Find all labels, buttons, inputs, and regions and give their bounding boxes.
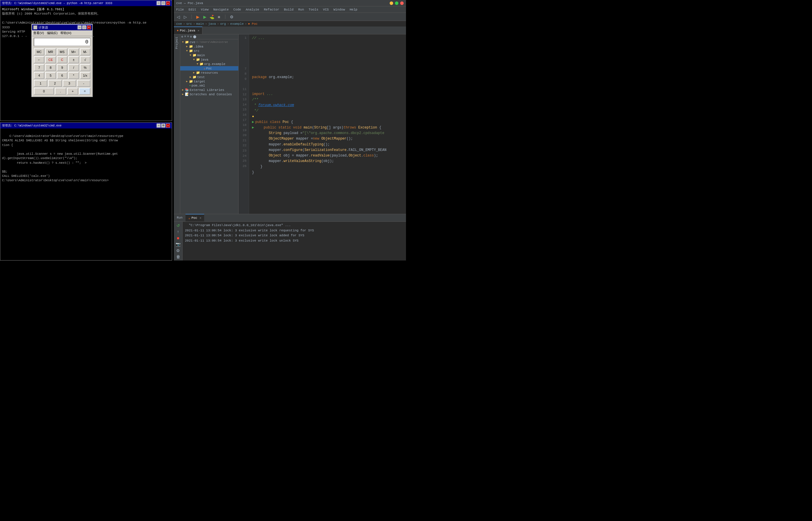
tree-item-poc[interactable]: ☕ Poc [180,66,238,70]
calc-btn-sqrt[interactable]: √ [80,56,90,63]
project-tool-3[interactable]: ≡ [187,35,189,39]
run-scroll-up-button[interactable]: ↑ [175,229,181,234]
cmd-top-minimize-button[interactable]: ─ [157,1,161,5]
toolbar-back-button[interactable]: ◁ [175,14,181,20]
calc-btn-c[interactable]: C [57,56,67,63]
calc-btn-8[interactable]: 8 [45,64,56,71]
breadcrumb-main[interactable]: main [196,22,204,26]
calc-btn-minus[interactable]: - [77,80,90,87]
project-tool-1[interactable]: ⚙ [181,35,183,39]
cmd-bottom-restore-button[interactable]: ⧉ [161,123,165,128]
calc-btn-sign[interactable]: ± [68,56,79,63]
ide-menu-code[interactable]: Code [232,7,242,12]
calc-btn-plus[interactable]: + [67,88,79,95]
tree-item-src[interactable]: ▼ 📁 src [180,49,238,53]
project-tool-2[interactable]: ≡ [184,35,186,39]
tree-item-target[interactable]: ▶ 📁 target [180,79,238,84]
toolbar-forward-button[interactable]: ▷ [182,14,188,20]
breadcrumb-src[interactable]: src [186,22,192,26]
ide-menu-analyze[interactable]: Analyze [244,7,260,12]
run-camera-button[interactable]: 📷 [175,242,181,247]
tab-poc-close[interactable]: ✕ [197,29,199,32]
calc-close-button[interactable]: ✕ [87,25,91,29]
cmd-bottom-minimize-button[interactable]: ─ [157,123,161,128]
run-stop-button[interactable]: ■ [175,235,181,241]
run-trash-button[interactable]: 🗑 [175,254,181,259]
ide-menu-help[interactable]: Help [348,7,359,12]
calc-btn-4[interactable]: 4 [34,72,44,79]
calc-btn-5[interactable]: 5 [45,72,56,79]
cmd-top-close-button[interactable]: ✕ [166,1,170,5]
ide-minimize-button[interactable] [390,1,393,5]
run-tab-poc[interactable]: ☕ Poc ✕ [186,214,204,222]
ide-menu-file[interactable]: File [175,7,185,12]
calc-btn-multiply[interactable]: * [68,72,79,79]
cmd-bottom-close-button[interactable]: ✕ [166,123,170,128]
ide-menu-run[interactable]: Run [297,7,305,12]
calc-menu-view[interactable]: 查看(V) [33,31,44,35]
run-tab-poc-close[interactable]: ✕ [199,216,201,220]
breadcrumb-poc[interactable]: ● Poc [248,22,258,26]
project-tool-5[interactable]: ⬤ [193,35,196,39]
calc-btn-backspace[interactable]: ← [34,56,44,63]
tree-item-resources[interactable]: ▶ 📁 resources [180,70,238,75]
calc-btn-mminus[interactable]: M- [80,48,90,55]
tree-item-pom[interactable]: ▪ pom.xml [180,84,238,88]
ide-menu-refactor[interactable]: Refactor [263,7,281,12]
calc-btn-equals[interactable]: = [79,88,90,95]
tab-poc-java[interactable]: ● Poc.java ✕ [174,26,202,34]
calc-minimize-button[interactable]: ─ [78,25,82,29]
calc-btn-ms[interactable]: MS [57,48,67,55]
calc-btn-dot[interactable]: . [55,88,66,95]
calc-btn-mplus[interactable]: M+ [68,48,79,55]
toolbar-run-config-button[interactable]: ▶ [195,14,201,20]
toolbar-run-button[interactable]: ▶ [202,14,208,20]
tree-item-java[interactable]: ▼ 📁 java [180,58,238,62]
project-tool-4[interactable]: ⚙ [190,35,192,39]
calc-btn-2[interactable]: 2 [48,80,62,87]
calc-maximize-button[interactable]: □ [82,25,86,29]
calc-btn-9[interactable]: 9 [57,64,67,71]
calc-btn-7[interactable]: 7 [34,64,44,71]
ide-menu-build[interactable]: Build [283,7,295,12]
ide-menu-view[interactable]: View [200,7,210,12]
project-strip-label[interactable]: Project [175,36,178,50]
ide-code-editor[interactable]: 1 7 8 9 11 12 13 14 15 16 17 18 19 2 [239,35,406,214]
tree-item-idea[interactable]: ▶ 📁 .idea [180,44,238,49]
calc-menu-help[interactable]: 帮助(H) [60,31,71,35]
ide-menu-vcs[interactable]: VCS [322,7,330,12]
calc-btn-6[interactable]: 6 [57,72,67,79]
tree-item-main[interactable]: ▼ 📁 main [180,53,238,58]
toolbar-settings-button[interactable]: ⚙ [228,14,235,20]
breadcrumb-example[interactable]: example [230,22,243,26]
run-rerun-button[interactable]: ↺ [175,223,181,228]
calc-btn-percent[interactable]: % [80,64,90,71]
calc-btn-mc[interactable]: MC [34,48,44,55]
ide-menu-tools[interactable]: Tools [307,7,319,12]
run-tab-run[interactable]: Run [174,214,186,222]
breadcrumb-java[interactable]: java [208,22,216,26]
ide-menu-window[interactable]: Window [332,7,346,12]
cmd-top-maximize-button[interactable]: □ [161,1,165,5]
code-content-area[interactable]: // ... package org.example; import ... /… [249,35,406,214]
tree-item-scratches[interactable]: ▶ 📝 Scratches and Consoles [180,92,238,96]
breadcrumb-cve[interactable]: cve [176,22,182,26]
calc-btn-3[interactable]: 3 [63,80,76,87]
tree-item-external-libs[interactable]: ▶ 📚 External Libraries [180,88,238,92]
tree-item-cve[interactable]: ▼ 📁 cve C:\Users\Administrat [180,40,238,44]
ide-menu-navigate[interactable]: Navigate [212,7,230,12]
toolbar-debug-button[interactable]: ⛳ [209,14,215,20]
ide-menu-edit[interactable]: Edit [187,7,197,12]
toolbar-stop-button[interactable]: ■ [216,14,222,20]
calc-btn-reciprocal[interactable]: 1/x [80,72,90,79]
calc-btn-1[interactable]: 1 [34,80,47,87]
calc-btn-0[interactable]: 0 [34,88,54,95]
tree-item-org-example[interactable]: ▼ 📁 org.example [180,62,238,66]
calc-btn-mr[interactable]: MR [45,48,56,55]
calc-btn-divide[interactable]: / [68,64,79,71]
link-forum[interactable]: foruum.ywhack.com [258,103,294,107]
ide-maximize-button[interactable] [395,1,399,5]
ide-close-button[interactable] [400,1,404,5]
calc-btn-ce[interactable]: CE [45,56,56,63]
tree-item-test[interactable]: ▶ 📁 test [180,75,238,79]
